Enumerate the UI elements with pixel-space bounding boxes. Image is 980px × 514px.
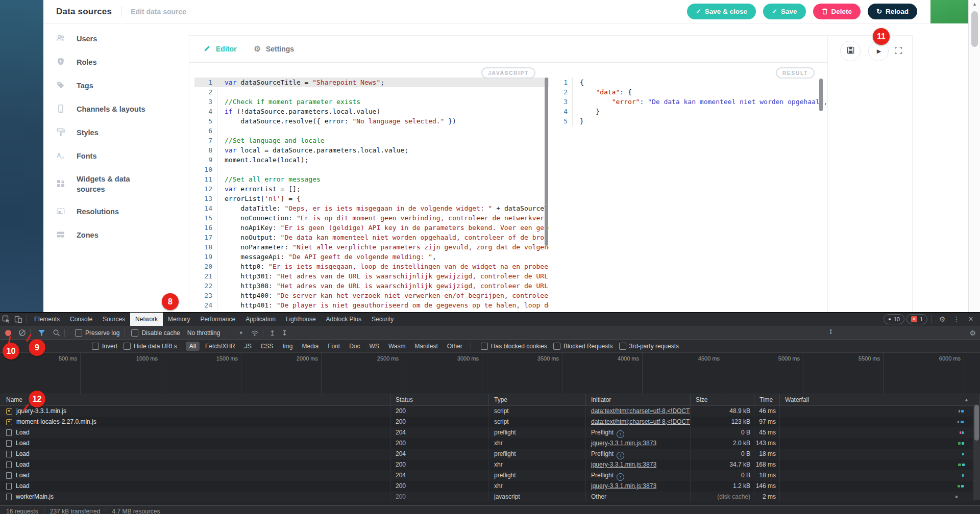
- code-line[interactable]: 2 "data": {: [557, 87, 828, 97]
- inspect-icon[interactable]: [0, 313, 12, 325]
- request-row[interactable]: Load200xhrjquery-3.3.1.min.js:38732.0 kB…: [0, 438, 980, 449]
- code-line[interactable]: 6: [194, 126, 549, 136]
- column-header-size[interactable]: Size: [691, 394, 754, 405]
- request-row[interactable]: moment-locales-2.27.0.min.js200scriptdat…: [0, 417, 980, 427]
- column-header-waterfall[interactable]: Waterfall: [780, 394, 980, 405]
- browser-scrollbar[interactable]: ▲: [968, 0, 980, 312]
- filter-type-font[interactable]: Font: [324, 342, 344, 351]
- preserve-log-checkbox[interactable]: Preserve log: [75, 329, 119, 337]
- code-line[interactable]: 1{: [557, 78, 828, 87]
- code-line[interactable]: 2: [194, 87, 549, 97]
- column-header-name[interactable]: Name: [0, 394, 390, 405]
- code-line[interactable]: 10: [194, 165, 549, 174]
- preflight-icon[interactable]: ↕: [617, 473, 624, 481]
- column-header-type[interactable]: Type: [489, 394, 586, 405]
- filter-type-all[interactable]: All: [186, 342, 200, 351]
- errors-badge[interactable]: ✕1: [906, 314, 927, 324]
- save-close-button[interactable]: ✓Save & close: [687, 4, 756, 19]
- filter-type-media[interactable]: Media: [298, 342, 322, 351]
- filter-type-ws[interactable]: WS: [366, 342, 383, 351]
- network-settings-icon[interactable]: ⚙: [969, 329, 976, 337]
- code-line[interactable]: 17 noOutput: "De data kan momenteel niet…: [194, 233, 549, 242]
- requests-scrollbar[interactable]: [973, 404, 980, 500]
- initiator-link[interactable]: jquery-3.3.1.min.js:3873: [591, 440, 656, 447]
- devtools-tab-performance[interactable]: Performance: [195, 313, 240, 326]
- devtools-tab-network[interactable]: Network: [130, 313, 163, 326]
- devtools-tab-adblock-plus[interactable]: Adblock Plus: [321, 313, 366, 326]
- code-line[interactable]: 23 http400: "De server kan het verzoek n…: [194, 291, 549, 300]
- initiator-link[interactable]: jquery-3.3.1.min.js:3873: [591, 482, 656, 490]
- network-conditions-icon[interactable]: [251, 329, 259, 337]
- column-header-initiator[interactable]: Initiator: [586, 394, 691, 405]
- disable-cache-checkbox[interactable]: Disable cache: [131, 329, 180, 337]
- request-row[interactable]: Load204preflightPreflight↕0 B18 ms: [0, 470, 980, 481]
- filter-icon[interactable]: [38, 329, 45, 337]
- code-line[interactable]: 9moment.locale(local);: [194, 155, 549, 165]
- search-icon[interactable]: [53, 329, 60, 337]
- initiator-link[interactable]: jquery-3.3.1.min.js:3873: [591, 461, 656, 468]
- column-header-time[interactable]: Time: [754, 394, 780, 405]
- sidebar-item-users[interactable]: Users: [43, 28, 189, 51]
- request-row[interactable]: workerMain.js200javascriptOther(disk cac…: [0, 492, 980, 502]
- code-line[interactable]: 5 dataSource.resolve({ error: "No langua…: [194, 116, 549, 126]
- sidebar-item-roles[interactable]: Roles: [43, 51, 189, 74]
- issues-badge[interactable]: ●10: [884, 314, 904, 324]
- code-line[interactable]: 8var local = dataSource.parameters.local…: [194, 145, 549, 155]
- column-header-status[interactable]: Status: [390, 394, 489, 405]
- tab-editor[interactable]: Editor: [204, 45, 236, 54]
- devtools-tab-sources[interactable]: Sources: [97, 313, 130, 326]
- code-line[interactable]: 18 noParameter: "Niet alle verplichte pa…: [194, 242, 549, 252]
- code-line[interactable]: 15 noConnection: "Er is op dit moment ge…: [194, 213, 549, 223]
- sidebar-item-tags[interactable]: Tags: [43, 74, 189, 98]
- record-button[interactable]: [5, 330, 11, 336]
- preflight-icon[interactable]: ↕: [617, 452, 624, 459]
- reload-button[interactable]: ↻Reload: [868, 4, 917, 19]
- blocked-requests-checkbox[interactable]: Blocked Requests: [553, 343, 613, 350]
- code-line[interactable]: 4if (!dataSource.parameters.local.value): [194, 107, 549, 116]
- request-row[interactable]: Load204preflightPreflight↕0 B18 ms: [0, 449, 980, 459]
- code-line[interactable]: 20 http0: "Er is iets misgegaan, loop de…: [194, 262, 549, 271]
- fullscreen-icon[interactable]: [894, 46, 902, 55]
- sidebar-item-zones[interactable]: Zones: [43, 224, 189, 247]
- preflight-icon[interactable]: ↕: [617, 430, 624, 438]
- import-har-icon[interactable]: ↥: [270, 329, 276, 337]
- devtools-settings-icon[interactable]: ⚙: [936, 313, 948, 325]
- code-line[interactable]: 11//Set all error messages: [194, 174, 549, 184]
- close-devtools-icon[interactable]: ×: [965, 313, 977, 325]
- network-overview-timeline[interactable]: 500 ms1000 ms1500 ms2000 ms2500 ms3000 m…: [0, 353, 980, 394]
- filter-type-doc[interactable]: Doc: [346, 342, 363, 351]
- code-line[interactable]: 5}: [557, 116, 828, 126]
- code-line[interactable]: 12var errorList = [];: [194, 184, 549, 194]
- code-line[interactable]: 4 }: [557, 107, 828, 116]
- tab-settings[interactable]: ⚙ Settings: [254, 44, 294, 54]
- code-editor-vscrollbar[interactable]: [545, 78, 548, 312]
- code-editor[interactable]: 1var dataSourceTitle = "Sharepoint News"…: [194, 62, 549, 312]
- code-line[interactable]: 14 dataTitle: "Oeps, er is iets misgegaa…: [194, 203, 549, 213]
- devtools-tab-security[interactable]: Security: [366, 313, 399, 326]
- request-row[interactable]: Load200xhrjquery-3.3.1.min.js:387334.7 k…: [0, 459, 980, 470]
- sidebar-item-channels-layouts[interactable]: Channels & layouts: [43, 98, 189, 121]
- code-line[interactable]: 22 http308: "Het adres van de URL is waa…: [194, 281, 549, 291]
- scrollbar-thumb[interactable]: [971, 11, 978, 47]
- request-row[interactable]: jquery-3.3.1.min.js200scriptdata:text/ht…: [0, 406, 980, 417]
- sidebar-item-widgets-data-sources[interactable]: Widgets & data sources: [43, 168, 189, 200]
- code-line[interactable]: 16 noApiKey: "Er is geen (geldige) API k…: [194, 223, 549, 233]
- clear-button[interactable]: [18, 329, 26, 337]
- code-line[interactable]: 3 "error": "De data kan momenteel niet w…: [557, 97, 828, 107]
- code-line[interactable]: 1var dataSourceTitle = "Sharepoint News"…: [194, 78, 549, 87]
- code-line[interactable]: 19 messageApi: "De API geeft de volgende…: [194, 252, 549, 262]
- code-line[interactable]: 24 http401: "De player is niet geauthori…: [194, 300, 549, 310]
- request-row[interactable]: Load200xhrjquery-3.3.1.min.js:38731.2 kB…: [0, 481, 980, 492]
- result-editor[interactable]: 1{2 "data": {3 "error": "De data kan mom…: [557, 62, 828, 312]
- device-toolbar-icon[interactable]: [12, 313, 24, 325]
- delete-button[interactable]: Delete: [813, 4, 861, 19]
- devtools-tab-lighthouse[interactable]: Lighthouse: [281, 313, 321, 326]
- third-party-requests-checkbox[interactable]: 3rd-party requests: [619, 343, 679, 350]
- sidebar-item-styles[interactable]: Styles: [43, 121, 189, 145]
- sidebar-item-resolutions[interactable]: Resolutions: [43, 200, 189, 224]
- initiator-link[interactable]: data:text/html;charset=utf-8,<!DOCTYPE h…: [591, 407, 691, 415]
- more-menu-icon[interactable]: ⋮: [950, 313, 963, 325]
- sidebar-item-fonts[interactable]: AaFonts: [43, 145, 189, 168]
- code-line[interactable]: 7//Set language and locale: [194, 136, 549, 145]
- devtools-tab-console[interactable]: Console: [65, 313, 97, 326]
